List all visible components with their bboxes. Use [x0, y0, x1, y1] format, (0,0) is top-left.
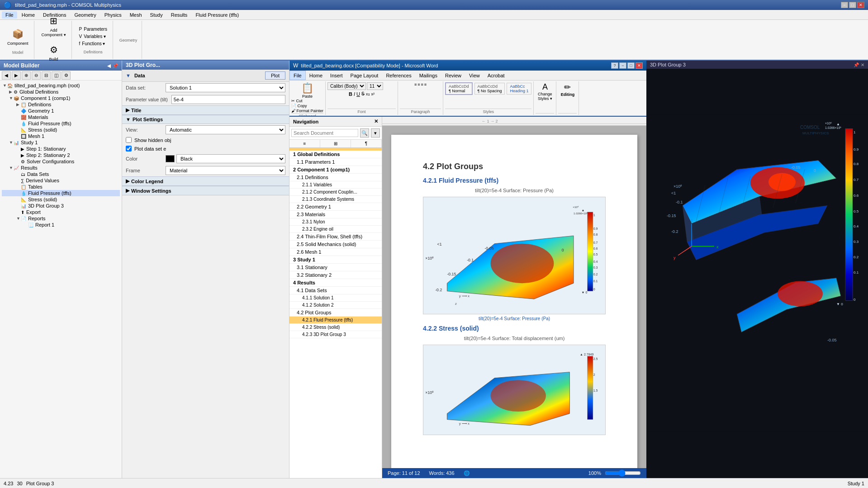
style-no-spacing-btn[interactable]: AaBbCcDd ¶ No Spacing	[474, 83, 505, 95]
word-menu-home[interactable]: Home	[306, 71, 327, 80]
word-menu-mailings[interactable]: Mailings	[416, 71, 441, 80]
comsol-panel-pin-btn[interactable]: 📌	[854, 62, 859, 67]
font-size-select[interactable]: 11	[367, 82, 383, 90]
show-hidden-checkbox[interactable]	[126, 137, 132, 143]
word-help-btn[interactable]: ?	[611, 62, 618, 69]
tree-3d-plot-group3[interactable]: 📊 3D Plot Group 3	[2, 203, 120, 209]
justify-btn[interactable]: ≡	[424, 82, 427, 87]
nav-item-4-2-2[interactable]: 4.2.2 Stress (solid)	[289, 324, 382, 331]
color-select[interactable]: Black	[176, 154, 285, 163]
tree-materials[interactable]: 🧱 Materials	[2, 114, 120, 120]
nav-item-4-2[interactable]: 4.2 Plot Groups	[289, 309, 382, 317]
nav-item-2-2[interactable]: 2.2 Geometry 1	[289, 203, 382, 211]
split-view-btn[interactable]: ⊟	[42, 71, 51, 80]
nav-item-2-1-1[interactable]: 2.1.1 Variables	[289, 181, 382, 189]
nav-item-4-1-2[interactable]: 4.1.2 Solution 2	[289, 302, 382, 309]
tree-study1[interactable]: ▼ 📊 Study 1	[2, 139, 120, 146]
menu-study[interactable]: Study	[147, 11, 166, 19]
view-select[interactable]: Automatic	[166, 125, 285, 134]
nav-item-2-1-3[interactable]: 2.1.3 Coordinate Systems	[289, 196, 382, 203]
nav-item-4-2-3[interactable]: 4.2.3 3D Plot Group 3	[289, 331, 382, 338]
tree-step2[interactable]: ▶ Step 2: Stationary 2	[2, 152, 120, 158]
underline-btn[interactable]: U	[356, 91, 360, 97]
nav-tab-headings[interactable]: ≡	[289, 140, 320, 147]
nav-search-options-btn[interactable]: ▾	[371, 128, 380, 137]
nav-item-2-1-2[interactable]: 2.1.2 Component Couplin...	[289, 189, 382, 196]
nav-back-btn[interactable]: ◀	[2, 71, 11, 80]
nav-item-3-1[interactable]: 3.1 Stationary	[289, 264, 382, 271]
nav-item-2-4[interactable]: 2.4 Thin-Film Flow, Shell (tffs)	[289, 233, 382, 241]
nav-search-btn[interactable]: 🔍	[360, 128, 369, 137]
tree-global-defs[interactable]: ▶ ⚙ Global Definitions	[2, 89, 120, 95]
nav-item-4-1-1[interactable]: 4.1.1 Solution 1	[289, 294, 382, 302]
nav-item-2-3-2[interactable]: 2.3.2 Engine oil	[289, 226, 382, 233]
doc-link-421[interactable]: tilt(20)=5e-4 Surface: Pressure (Pa)	[423, 316, 606, 321]
plot-btn[interactable]: Plot	[265, 71, 285, 80]
align-center-btn[interactable]: ≡	[417, 82, 420, 87]
nav-item-1[interactable]: 1 Global Definitions	[289, 151, 382, 158]
word-close-btn[interactable]: ✕	[636, 62, 643, 69]
parameter-input[interactable]	[171, 95, 285, 104]
tree-stress[interactable]: 📐 Stress (solid)	[2, 127, 120, 133]
nav-item-4-2-1[interactable]: 4.2.1 Fluid Pressure (tffs)	[289, 317, 382, 324]
nav-item-2-3-1[interactable]: 2.3.1 Nylon	[289, 218, 382, 226]
menu-physics[interactable]: Physics	[101, 11, 125, 19]
tree-geometry1[interactable]: 🔷 Geometry 1	[2, 108, 120, 114]
tree-fluid-pressure[interactable]: 💧 Fluid Pressure (tffs)	[2, 120, 120, 127]
nav-tab-results[interactable]: ¶	[351, 140, 382, 147]
tree-export[interactable]: ⬆ Export	[2, 209, 120, 215]
bold-btn[interactable]: B	[349, 91, 352, 97]
nav-item-3-2[interactable]: 3.2 Stationary 2	[289, 271, 382, 279]
ribbon-btn-variables[interactable]: V Variables ▾	[77, 33, 109, 40]
ribbon-btn-add-component[interactable]: ⊞ AddComponent ▾	[40, 12, 68, 39]
expand-all-btn[interactable]: ⊕	[22, 71, 31, 80]
word-restore-btn[interactable]: □	[627, 62, 635, 69]
word-menu-references[interactable]: References	[382, 71, 415, 80]
cut-btn[interactable]: ✂ Cut	[291, 99, 323, 103]
nav-item-2-5[interactable]: 2.5 Solid Mechanics (solid)	[289, 241, 382, 248]
word-menu-acrobat[interactable]: Acrobat	[484, 71, 509, 80]
model-settings-btn[interactable]: ⚙	[62, 71, 71, 80]
nav-item-4-1[interactable]: 4.1 Data Sets	[289, 287, 382, 294]
comsol-panel-close-btn[interactable]: ✕	[861, 62, 864, 67]
tree-results[interactable]: ▼ 📈 Results	[2, 165, 120, 171]
menu-mesh[interactable]: Mesh	[126, 11, 146, 19]
titlebar-controls[interactable]: − □ ✕	[841, 2, 864, 8]
tree-tables[interactable]: 📋 Tables	[2, 184, 120, 190]
word-menu-page-layout[interactable]: Page Layout	[347, 71, 383, 80]
tree-result-fluid-pressure[interactable]: 💧 Fluid Pressure (tffs)	[2, 190, 120, 196]
tree-result-stress[interactable]: 📐 Stress (solid)	[2, 196, 120, 203]
word-window-controls[interactable]: ? − □ ✕	[611, 62, 643, 69]
nav-item-2[interactable]: 2 Component 1 (comp1)	[289, 166, 382, 174]
ribbon-btn-functions[interactable]: f Functions ▾	[77, 40, 109, 47]
menu-geometry[interactable]: Geometry	[71, 11, 100, 19]
frame-select[interactable]: Material	[166, 166, 285, 175]
word-menu-file[interactable]: File	[289, 71, 306, 80]
align-left-btn[interactable]: ≡	[414, 82, 417, 87]
tree-datasets[interactable]: 🗂 Data Sets	[2, 171, 120, 177]
word-menu-insert[interactable]: Insert	[327, 71, 347, 80]
tree-report1[interactable]: 📃 Report 1	[2, 222, 120, 228]
title-section-header[interactable]: ▶ Title	[122, 105, 289, 115]
font-family-select[interactable]: Calibri (Body)	[327, 82, 366, 90]
nav-tab-pages[interactable]: ⊞	[320, 140, 351, 147]
window-settings-section-header[interactable]: ▶ Window Settings	[122, 186, 289, 195]
nav-item-2-1[interactable]: 2.1 Definitions	[289, 174, 382, 181]
tree-definitions[interactable]: ▶ 📋 Definitions	[2, 101, 120, 108]
word-minimize-btn[interactable]: −	[619, 62, 626, 69]
paste-btn[interactable]: 📋 Paste	[301, 82, 313, 99]
change-styles-btn[interactable]: A ChangeStyles ▾	[538, 82, 552, 101]
color-legend-section-header[interactable]: ▶ Color Legend	[122, 176, 289, 186]
superscript-btn[interactable]: x²	[371, 92, 375, 96]
strikethrough-btn[interactable]: S̶	[361, 91, 365, 97]
ribbon-btn-parameters[interactable]: P Parameters	[77, 26, 109, 33]
nav-close-btn[interactable]: ✕	[374, 118, 378, 124]
nav-item-2-6[interactable]: 2.6 Mesh 1	[289, 248, 382, 256]
ribbon-btn-component[interactable]: 📦 Component	[5, 25, 30, 47]
tree-root[interactable]: ▼ 🏠 tilted_pad_bearing.mph (root)	[2, 82, 120, 89]
model-builder-pin-btn[interactable]: 📌	[113, 63, 118, 68]
tree-mesh1[interactable]: 🔲 Mesh 1	[2, 133, 120, 139]
tree-component1[interactable]: ▼ 📦 Component 1 (comp1)	[2, 95, 120, 101]
style-normal-btn[interactable]: AaBbCcDd ¶ Normal	[445, 82, 473, 95]
word-menu-review[interactable]: Review	[441, 71, 465, 80]
